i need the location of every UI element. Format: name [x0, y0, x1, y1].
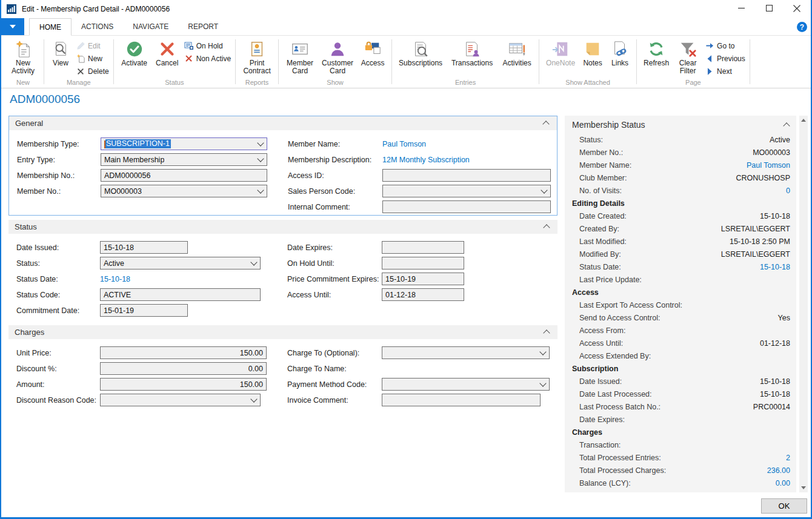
chevron-down-icon[interactable] — [250, 395, 257, 402]
onenote-icon — [551, 38, 570, 59]
status-section: Status Date Issued: 15-10-18 Status: Act… — [8, 220, 557, 320]
access-button[interactable]: Access — [357, 38, 388, 68]
factbox-scrollbar[interactable] — [799, 116, 808, 492]
access-id-field[interactable] — [382, 169, 551, 182]
factbox-label: Total Processed Entries: — [579, 454, 661, 462]
factbox-row: Last Modified: 15-10-18 2:50 PM — [565, 235, 796, 248]
group-label-entries: Entries — [392, 79, 539, 88]
on-hold-button[interactable]: On Hold — [182, 39, 232, 52]
chevron-down-icon[interactable] — [257, 155, 264, 162]
commitment-date-label: Commitment Date: — [16, 306, 100, 315]
invoice-comment-field[interactable] — [382, 394, 541, 406]
charge-to-combobox[interactable] — [382, 346, 550, 359]
factbox-label: Send to Access Control: — [579, 314, 660, 322]
status-section-header[interactable]: Status — [8, 220, 557, 234]
collapse-icon[interactable] — [543, 224, 550, 231]
factbox-value[interactable]: Paul Tomson — [747, 161, 790, 170]
chevron-down-icon[interactable] — [539, 348, 546, 355]
internal-comment-label: Internal Comment: — [288, 203, 382, 211]
new-button[interactable]: New — [74, 52, 110, 65]
previous-button[interactable]: Previous — [703, 52, 747, 65]
onenote-button[interactable]: OneNote — [542, 38, 579, 68]
price-commitment-expires-field[interactable]: 15-10-19 — [382, 273, 464, 285]
ok-button[interactable]: OK — [761, 498, 807, 514]
activities-button[interactable]: Activities — [498, 38, 536, 68]
view-button[interactable]: View — [47, 38, 74, 68]
member-name-link[interactable]: Paul Tomson — [382, 140, 426, 148]
internal-comment-field[interactable] — [382, 200, 551, 213]
factbox-row: Editing Details — [565, 197, 796, 210]
go-to-icon — [704, 41, 715, 50]
collapse-icon[interactable] — [543, 329, 550, 336]
refresh-button[interactable]: Refresh — [640, 38, 673, 68]
unit-price-field[interactable]: 150.00 — [100, 346, 267, 359]
sales-person-code-combobox[interactable] — [382, 185, 551, 197]
factbox-value: 15-10-18 — [760, 390, 790, 398]
status-combobox[interactable]: Active — [100, 257, 261, 269]
amount-field[interactable]: 150.00 — [100, 378, 267, 391]
membership-type-combobox[interactable]: SUBSCRIPTION-1 — [101, 137, 267, 150]
member-no-combobox[interactable]: MO000003 — [101, 185, 267, 197]
tab-actions[interactable]: ACTIONS — [72, 18, 123, 35]
cancel-button[interactable]: Cancel — [152, 38, 182, 68]
factbox-label: Access — [572, 288, 599, 297]
chevron-down-icon[interactable] — [250, 259, 257, 265]
collapse-icon[interactable] — [783, 122, 790, 129]
tab-report[interactable]: REPORT — [178, 18, 228, 35]
factbox-row: Charges — [565, 426, 796, 438]
factbox-value: 15-10-18 — [760, 377, 790, 386]
factbox-value[interactable]: 236.00 — [767, 466, 790, 475]
new-activity-button[interactable]: New Activity — [5, 38, 41, 76]
transactions-button[interactable]: Transactions — [446, 38, 498, 68]
close-button[interactable] — [783, 0, 811, 18]
factbox-header[interactable]: Membership Status — [565, 116, 796, 133]
chevron-down-icon[interactable] — [257, 139, 264, 146]
factbox-value[interactable]: 0.00 — [776, 479, 790, 488]
factbox-value[interactable]: 0 — [786, 187, 790, 195]
links-button[interactable]: Links — [607, 38, 633, 68]
discount-reason-code-combobox[interactable] — [100, 394, 261, 406]
maximize-button[interactable] — [755, 0, 783, 18]
tab-navigate[interactable]: NAVIGATE — [123, 18, 178, 35]
notes-button[interactable]: Notes — [579, 38, 607, 68]
membership-no-field[interactable]: ADM0000056 — [101, 169, 267, 182]
charges-section-header[interactable]: Charges — [8, 325, 557, 339]
payment-method-code-combobox[interactable] — [382, 378, 550, 391]
go-to-button[interactable]: Go to — [703, 39, 747, 52]
next-button[interactable]: Next — [703, 65, 747, 78]
status-code-field[interactable]: ACTIVE — [100, 288, 261, 301]
factbox-value[interactable]: 2 — [786, 454, 790, 462]
scroll-down-button[interactable] — [799, 483, 808, 492]
delete-button[interactable]: Delete — [74, 65, 110, 78]
entry-type-combobox[interactable]: Main Membership — [101, 153, 267, 166]
date-expires-field[interactable] — [382, 241, 464, 254]
discount-pct-field[interactable]: 0.00 — [100, 362, 267, 375]
on-hold-until-field[interactable] — [382, 257, 464, 269]
chevron-down-icon[interactable] — [539, 380, 546, 386]
activate-button[interactable]: Activate — [117, 38, 152, 68]
minimize-button[interactable] — [727, 0, 755, 18]
app-menu-button[interactable] — [1, 18, 24, 35]
general-section-header[interactable]: General — [9, 116, 557, 130]
factbox-value[interactable]: 15-10-18 — [760, 263, 790, 271]
next-icon — [704, 67, 715, 76]
non-active-button[interactable]: Non Active — [182, 52, 232, 65]
edit-button[interactable]: Edit — [74, 39, 110, 52]
membership-description-link[interactable]: 12M Monthly Subscription — [382, 156, 470, 164]
subscriptions-button[interactable]: Subscriptions — [395, 38, 446, 68]
access-until-field[interactable]: 01-12-18 — [382, 288, 464, 301]
collapse-icon[interactable] — [542, 121, 549, 127]
scroll-up-button[interactable] — [799, 116, 808, 125]
factbox-row: Date Created: 15-10-18 — [565, 210, 796, 222]
date-issued-field[interactable]: 15-10-18 — [100, 241, 188, 254]
chevron-down-icon[interactable] — [541, 187, 547, 193]
print-contract-button[interactable]: Print Contract — [239, 38, 275, 76]
clear-filter-button[interactable]: Clear Filter — [673, 38, 703, 76]
help-button[interactable]: ? — [797, 22, 807, 32]
status-date-link[interactable]: 15-10-18 — [100, 275, 130, 283]
chevron-down-icon[interactable] — [257, 187, 264, 193]
customer-card-button[interactable]: Customer Card — [318, 38, 357, 76]
member-card-button[interactable]: Member Card — [282, 38, 318, 76]
commitment-date-field[interactable]: 15-01-19 — [100, 304, 188, 317]
tab-home[interactable]: HOME — [29, 18, 72, 36]
